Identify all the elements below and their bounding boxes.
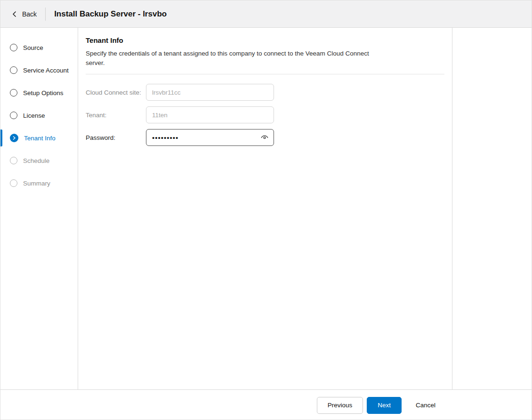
- chevron-left-icon: [12, 11, 17, 17]
- wizard-footer: Previous Next Cancel: [0, 389, 532, 420]
- step-circle-icon: [10, 44, 17, 51]
- tenant-label: Tenant:: [86, 112, 146, 119]
- cancel-button[interactable]: Cancel: [415, 397, 436, 414]
- step-summary[interactable]: Summary: [0, 172, 78, 194]
- step-label: Summary: [23, 180, 50, 187]
- cloud-connect-site-row: Cloud Connect site:: [86, 84, 444, 101]
- password-input[interactable]: [146, 129, 274, 146]
- step-circle-icon: [10, 112, 17, 119]
- step-tenant-info-active[interactable]: Tenant Info: [0, 127, 78, 149]
- install-backup-server-wizard: Back Install Backup Server - lrsvbo Sour…: [0, 0, 532, 420]
- step-label: Schedule: [23, 157, 49, 164]
- back-label: Back: [22, 10, 37, 18]
- step-label: License: [23, 112, 45, 119]
- wizard-header: Back Install Backup Server - lrsvbo: [0, 0, 532, 28]
- next-button[interactable]: Next: [367, 397, 402, 414]
- password-row: Password:: [86, 129, 444, 146]
- panel-description: Specify the credentials of a tenant assi…: [86, 49, 387, 67]
- tenant-row: Tenant:: [86, 106, 444, 123]
- step-circle-icon: [10, 179, 17, 187]
- eye-icon: [260, 133, 269, 142]
- cloud-connect-site-label: Cloud Connect site:: [86, 89, 146, 96]
- back-button[interactable]: Back: [8, 8, 40, 21]
- password-label: Password:: [86, 134, 146, 141]
- tenant-info-panel: Tenant Info Specify the credentials of a…: [78, 28, 452, 389]
- step-circle-icon: [10, 89, 17, 97]
- previous-button[interactable]: Previous: [317, 397, 363, 414]
- step-active-circle-icon: [10, 134, 18, 142]
- step-label: Source: [23, 44, 43, 51]
- tenant-input: [146, 106, 274, 123]
- step-source[interactable]: Source: [0, 36, 78, 59]
- chevron-right-icon: [12, 136, 16, 140]
- step-license[interactable]: License: [0, 104, 78, 127]
- step-setup-options[interactable]: Setup Options: [0, 81, 78, 104]
- step-circle-icon: [10, 157, 17, 164]
- step-label: Tenant Info: [24, 135, 56, 142]
- step-circle-icon: [10, 66, 17, 74]
- wizard-body: Source Service Account Setup Options Lic…: [0, 28, 532, 389]
- step-service-account[interactable]: Service Account: [0, 59, 78, 81]
- header-divider: [45, 8, 46, 21]
- panel-title: Tenant Info: [86, 36, 444, 44]
- page-title: Install Backup Server - lrsvbo: [54, 9, 167, 19]
- wizard-steps-sidebar: Source Service Account Setup Options Lic…: [0, 28, 78, 389]
- panel-divider: [86, 74, 444, 74]
- cloud-connect-site-input: [146, 84, 274, 101]
- step-schedule[interactable]: Schedule: [0, 149, 78, 172]
- step-label: Setup Options: [23, 89, 64, 97]
- step-label: Service Account: [23, 67, 69, 74]
- right-gutter: [452, 28, 532, 389]
- show-password-button[interactable]: [259, 132, 270, 143]
